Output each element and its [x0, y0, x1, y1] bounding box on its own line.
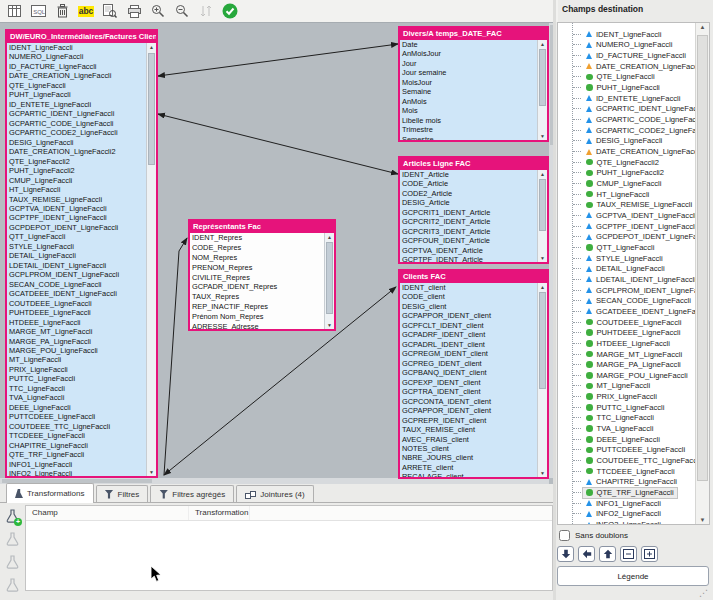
scroll-up-icon[interactable]: ▲: [538, 40, 547, 48]
expand-all-button[interactable]: [641, 546, 658, 562]
table-field[interactable]: AVEC_FRAIS_client: [400, 435, 547, 444]
table-title[interactable]: Représentants Fac: [190, 221, 334, 233]
resize-grip[interactable]: ⋰: [699, 588, 708, 598]
destination-field-row[interactable]: PUHT_LigneFaccli2: [558, 168, 696, 179]
table-field[interactable]: Prénom Nom_Repres: [190, 312, 334, 322]
destination-field-row[interactable]: SECAN_CODE_LigneFaccli: [558, 295, 696, 306]
table-divers-temps[interactable]: Divers/A temps_DATE_FAC DateAnMoisJourJo…: [398, 26, 549, 142]
scroll-down-icon[interactable]: ▼: [538, 254, 547, 262]
zoom-in-icon[interactable]: [147, 2, 169, 21]
destination-field-row[interactable]: TAUX_REMISE_LigneFaccli: [558, 200, 696, 211]
table-field[interactable]: MARGE_MT_LigneFaccli: [7, 327, 156, 336]
table-field[interactable]: GCPARTIC_CODE2_LigneFaccli: [7, 128, 156, 137]
table-field[interactable]: HTDEEE_LigneFaccli: [7, 318, 156, 327]
table-representants[interactable]: Représentants Fac IDENT_RepresCODE_Repre…: [188, 219, 336, 331]
destination-field-row[interactable]: GCPARTIC_CODE_LigneFaccli: [558, 114, 696, 125]
table-field[interactable]: NUMERO_LigneFaccli: [7, 52, 156, 61]
table-field[interactable]: NOM_Repres: [190, 253, 334, 263]
table-field[interactable]: MARGE_PA_LigneFaccli: [7, 337, 156, 346]
transformations-grid[interactable]: ChampTransformation: [25, 505, 553, 591]
table-field[interactable]: GCPTVA_IDENT_LigneFaccli: [7, 204, 156, 213]
validate-icon[interactable]: [219, 2, 241, 21]
table-field[interactable]: RECALAGE_client: [400, 472, 547, 477]
move-down-button[interactable]: [557, 546, 574, 562]
rename-abc-icon[interactable]: abc: [75, 2, 97, 21]
bottom-tab[interactable]: Transformations: [6, 483, 94, 503]
diagram-canvas[interactable]: DW/EURO_Intermédiaires/Factures Clien ID…: [0, 22, 555, 484]
destination-field-row[interactable]: PUHT_LigneFaccli: [558, 82, 696, 93]
destination-field-row[interactable]: LDETAIL_IDENT_LigneFaccli: [558, 274, 696, 285]
table-field[interactable]: GCPADRL_IDENT_client: [400, 340, 547, 349]
destination-field-row[interactable]: TVA_LigneFaccli: [558, 423, 696, 434]
table-field[interactable]: Libelle mois: [400, 116, 547, 125]
destination-field-row[interactable]: INFO1_LigneFaccli: [558, 498, 696, 509]
scroll-thumb[interactable]: [326, 242, 333, 314]
table-scrollbar[interactable]: ▲ ▼: [537, 283, 547, 477]
table-field[interactable]: NBRE_JOURS_client: [400, 453, 547, 462]
table-field[interactable]: IDENT_Article: [400, 170, 547, 179]
table-scrollbar[interactable]: ▲ ▼: [537, 170, 547, 262]
table-field[interactable]: IDENT_Repres: [190, 233, 334, 243]
table-field[interactable]: HT_LigneFaccli: [7, 185, 156, 194]
destination-field-row[interactable]: HT_LigneFaccli: [558, 189, 696, 200]
table-field[interactable]: ADRESSE_Adresse: [190, 322, 334, 329]
table-field[interactable]: Date: [400, 40, 547, 49]
destination-field-row[interactable]: DESIG_LigneFaccli: [558, 136, 696, 147]
scroll-thumb[interactable]: [148, 53, 155, 165]
table-field[interactable]: IDENT_client: [400, 283, 547, 292]
table-field[interactable]: Jour: [400, 59, 547, 68]
scroll-thumb[interactable]: [697, 35, 708, 481]
table-field[interactable]: Semaine: [400, 87, 547, 96]
destination-field-row[interactable]: ID_FACTURE_LigneFaccli: [558, 50, 696, 61]
table-field[interactable]: PUHT_LigneFaccli: [7, 90, 156, 99]
scroll-up-icon[interactable]: ▲: [538, 170, 547, 178]
table-field[interactable]: GCPADRF_IDENT_client: [400, 330, 547, 339]
table-field[interactable]: COUTDEEE_LigneFaccli: [7, 299, 156, 308]
destination-field-row[interactable]: GCPARTIC_CODE2_LigneFaccli: [558, 125, 696, 136]
table-field[interactable]: INFO1_LigneFaccli: [7, 460, 156, 469]
panel-splitter[interactable]: [553, 0, 556, 600]
table-field[interactable]: GCPREG_IDENT_client: [400, 359, 547, 368]
table-field[interactable]: GCPCONTA_IDENT_client: [400, 397, 547, 406]
destination-field-row[interactable]: QTT_LigneFaccli: [558, 242, 696, 253]
destination-fields-tree[interactable]: IDENT_LigneFaccli NUMERO_LigneFaccli ID_…: [557, 22, 710, 525]
scroll-up-icon[interactable]: ▲: [147, 43, 156, 51]
destination-field-row[interactable]: PUTTCDEEE_LigneFaccli: [558, 445, 696, 456]
destination-field-row[interactable]: TTCDEEE_LigneFaccli: [558, 466, 696, 477]
grid-column-header[interactable]: Champ: [26, 506, 189, 520]
destination-field-row[interactable]: GCPLPROM_IDENT_LigneFaccli: [558, 285, 696, 296]
table-field[interactable]: PUTTCDEEE_LigneFaccli: [7, 412, 156, 421]
table-field[interactable]: GCPDEPOT_IDENT_LigneFaccli: [7, 223, 156, 232]
table-field[interactable]: REP_INACTIF_Repres: [190, 302, 334, 312]
table-field[interactable]: DEEE_LigneFaccli: [7, 403, 156, 412]
destination-field-row[interactable]: INFO2_LigneFaccli: [558, 509, 696, 520]
table-field[interactable]: Mois: [400, 106, 547, 115]
table-field[interactable]: DESIG_LigneFaccli: [7, 138, 156, 147]
table-field[interactable]: CODE_client: [400, 292, 547, 301]
scroll-thumb[interactable]: [539, 179, 546, 231]
table-factures-clien[interactable]: DW/EURO_Intermédiaires/Factures Clien ID…: [5, 29, 158, 478]
table-field[interactable]: TAUX_REMISE_client: [400, 425, 547, 434]
preview-icon[interactable]: [99, 2, 121, 21]
add-transformation-button[interactable]: [3, 507, 21, 525]
destination-field-row[interactable]: PRIX_LigneFaccli: [558, 391, 696, 402]
table-field[interactable]: PUHTDEEE_LigneFaccli: [7, 308, 156, 317]
destination-field-row[interactable]: MT_LigneFaccli: [558, 381, 696, 392]
table-field[interactable]: CMUP_LigneFaccli: [7, 176, 156, 185]
table-field[interactable]: DATE_CREATION_LigneFaccli: [7, 71, 156, 80]
table-field[interactable]: DETAIL_LigneFaccli: [7, 251, 156, 260]
table-field[interactable]: QTE_LigneFaccli: [7, 81, 156, 90]
destination-field-row[interactable]: CHAPITRE_LigneFaccli: [558, 477, 696, 488]
table-field[interactable]: SECAN_CODE_LigneFaccli: [7, 280, 156, 289]
table-field[interactable]: COUTDEEE_TTC_LigneFaccli: [7, 422, 156, 431]
scroll-up-icon[interactable]: ▲: [325, 233, 334, 241]
sql-view-icon[interactable]: SQL: [27, 2, 49, 21]
delete-icon[interactable]: [51, 2, 73, 21]
scroll-up-icon[interactable]: ▲: [696, 24, 709, 30]
table-field[interactable]: PUHT_LigneFaccli2: [7, 166, 156, 175]
move-up-button[interactable]: [599, 546, 616, 562]
table-field[interactable]: PRIX_LigneFaccli: [7, 365, 156, 374]
bottom-tab[interactable]: Jointures (4): [236, 485, 313, 502]
table-field[interactable]: GCPTPF_IDENT_Article: [400, 255, 547, 262]
destination-field-row[interactable]: HTDEEE_LigneFaccli: [558, 338, 696, 349]
